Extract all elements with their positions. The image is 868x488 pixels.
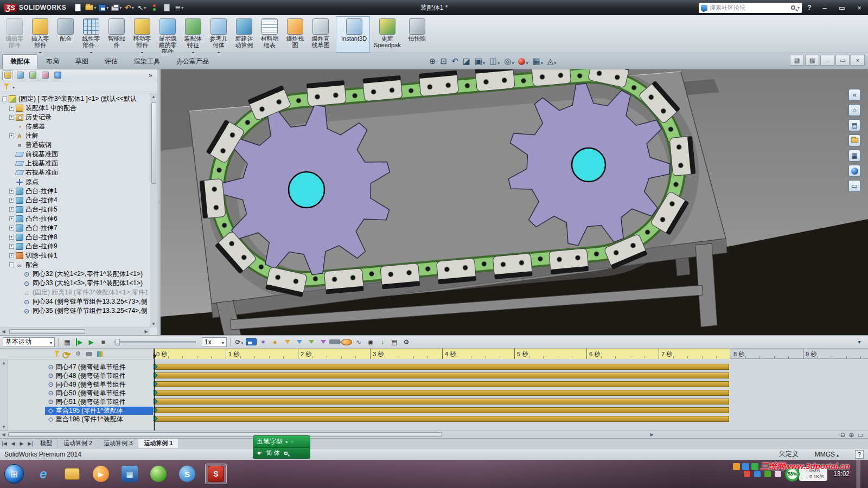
tree-boss-extrude9[interactable]: + 凸台-拉伸9 [7,242,150,251]
scroll-left-icon[interactable]: ◀ [0,431,7,438]
hide-show-items-icon[interactable]: ◎ [502,55,515,68]
tab-sketch[interactable]: 草图 [67,54,97,69]
zoom-in-icon[interactable]: ⊕ [849,431,854,439]
tree-boss-extrude6[interactable]: + 凸台-拉伸6 [7,214,150,223]
file-explorer-icon[interactable] [848,134,860,146]
tab-render-tools[interactable]: 渲染工具 [126,54,168,69]
tree-boss-extrude7[interactable]: + 凸台-拉伸7 [7,223,150,233]
chain-plate[interactable] [531,69,571,86]
gravity-icon[interactable]: ↓ [377,337,388,348]
scrollbar-thumb[interactable] [9,329,85,334]
filter-gear-icon[interactable] [75,350,81,357]
section-view-icon[interactable]: ◪ [461,55,472,68]
tab-model[interactable]: 模型 [35,439,58,448]
chain-plate[interactable] [362,75,402,101]
timeline-ruler[interactable]: 0 秒1 秒2 秒3 秒4 秒5 秒6 秒7 秒8 秒9 秒 [154,349,868,359]
tree-mate-distance18[interactable]: (固定) 距离18 (零件3^装配体1<1>,零件1 [14,288,150,297]
filter-funnel-icon[interactable] [4,84,10,89]
timeline-bar-row[interactable] [154,397,868,406]
scroll-left-icon[interactable]: ◀ [0,328,7,335]
playback-speed-select[interactable]: 1x [202,337,227,347]
chain-plate[interactable] [380,263,420,289]
scroll-right-icon[interactable]: ▶ [648,431,655,438]
tab-nav-arrow[interactable]: ▶| [26,441,35,446]
change-bar[interactable] [155,399,729,404]
timeline-bar-row[interactable] [154,380,868,389]
scrollbar-thumb[interactable] [151,102,156,184]
doc-minimize-button[interactable]: – [820,55,834,66]
ime-mode-label[interactable]: 简 体 [266,449,280,457]
expand-toggle-icon[interactable] [9,143,14,147]
tab-assembly[interactable]: 装配体 [2,54,38,69]
motion-properties-icon[interactable]: ⚙ [401,337,412,348]
tab-motion-study-3[interactable]: 运动算例 3 [98,439,138,448]
timebar-slider[interactable] [114,341,196,343]
timeline-bar-row[interactable] [154,406,868,415]
motion-tree-scrollbar[interactable]: ▲ ▼ [0,359,8,431]
expand-toggle-icon[interactable]: - [9,262,14,267]
scroll-down-icon[interactable]: ▼ [1,423,8,431]
timeline-bar-row[interactable] [154,363,868,371]
right-sprocket-hub[interactable] [572,148,605,182]
timeline-bar-row[interactable] [154,389,868,397]
chain-plate[interactable] [324,268,363,294]
spring-icon[interactable]: ∿ [353,337,364,348]
expand-toggle-icon[interactable] [9,124,14,129]
solidworks-resources-icon[interactable]: ⌂ [848,104,860,116]
change-bar[interactable] [155,381,729,387]
expand-toggle-icon[interactable]: + [9,244,14,249]
tree-material[interactable]: 普通碳钢 [7,140,150,150]
motion-tree-row[interactable]: 重合196 (零件1^装配体 [8,415,153,423]
chain-plate[interactable] [200,178,226,219]
filter-funnel-icon[interactable] [54,351,60,357]
edit-appearance-icon[interactable] [516,55,529,68]
chain-plate[interactable] [549,248,589,274]
view-settings-icon[interactable]: ◬ [546,55,558,68]
tree-origin[interactable]: 原点 [7,177,150,187]
statusbar-help-button[interactable]: ? [855,450,864,459]
insert-component-button[interactable]: 插入零 部件 [28,16,53,53]
motor-icon[interactable] [341,339,352,345]
tree-cut-extrude1[interactable]: + 切除-拉伸1 [7,251,150,260]
expand-toggle-icon[interactable] [9,161,14,166]
rebuild-button[interactable] [148,2,160,14]
expand-toggle-icon[interactable] [9,152,14,157]
doc-close-button[interactable]: × [851,55,865,66]
scene-svg[interactable] [161,69,868,335]
camera-icon[interactable] [329,339,340,344]
custom-properties-icon[interactable]: ▭ [848,180,860,192]
internet-explorer-icon[interactable]: e [33,464,54,484]
expand-toggle-icon[interactable] [16,290,21,295]
motion-tree-row[interactable]: 同心51 (侧弯链单节组件 [8,397,153,406]
panel-flyout-chevron[interactable]: » [146,72,155,79]
tab-office-products[interactable]: 办公室产品 [168,54,217,69]
undo-button[interactable]: ↶▾ [123,2,135,14]
change-bar[interactable] [155,407,729,413]
filter-selected-icon[interactable] [317,337,328,348]
play-icon[interactable]: ▶ [86,337,97,348]
filter-animated-icon[interactable] [293,337,304,348]
doc-restore-button[interactable]: ▭ [835,55,850,66]
browser-360-icon[interactable] [148,464,169,484]
show-hidden-components-button[interactable]: 显示隐 藏的零 部件 [155,16,180,53]
chain-plate[interactable] [436,258,476,284]
bill-of-materials-button[interactable]: 材料明 细表 [257,16,282,53]
reference-geometry-button[interactable]: 参考几 何体 [206,16,231,53]
expand-toggle-icon[interactable] [9,170,14,175]
expand-toggle-icon[interactable]: + [9,106,14,111]
scroll-right-icon[interactable]: ▶ [143,328,150,335]
graphics-area[interactable]: « ⌂ ▤ ▦ ▭ [161,69,868,335]
tree-right-plane[interactable]: 右视基准面 [7,168,150,177]
ime-tool-bar[interactable]: 简 体 [253,448,310,459]
filter-driving-icon[interactable] [305,337,316,348]
community-search-input[interactable]: 搜索社区论坛 ▾ [699,3,802,13]
dimxpertmanager-tab[interactable] [40,70,50,80]
expand-toggle-icon[interactable]: + [9,235,14,240]
expand-toggle-icon[interactable]: + [9,253,14,258]
scrollbar-thumb[interactable] [8,432,442,437]
tree-mate-concentric34[interactable]: 同心34 (侧弯链单节组件13.3.25<73>,侧 [14,297,150,306]
new-document-button[interactable] [72,2,84,14]
smart-fasteners-button[interactable]: 智能扣 件 [104,16,129,53]
motion-tree-row[interactable]: 同心49 (侧弯链单节组件 [8,380,153,389]
tree-annotations[interactable]: + 注解 [7,131,150,140]
